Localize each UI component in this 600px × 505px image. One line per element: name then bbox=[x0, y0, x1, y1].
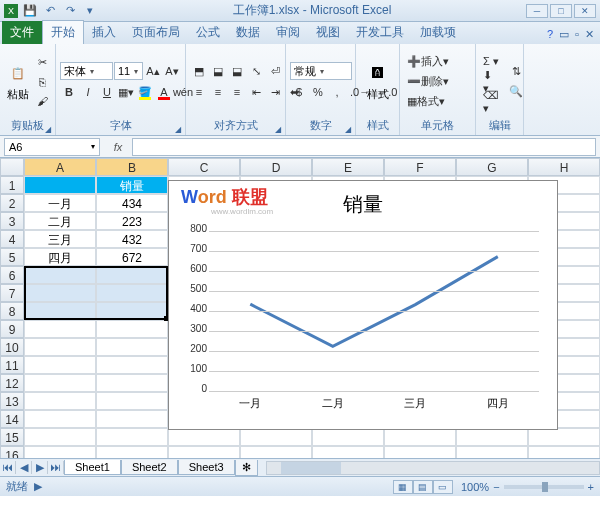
cell-A14[interactable] bbox=[24, 410, 96, 428]
cell-B3[interactable]: 223 bbox=[96, 212, 168, 230]
row-header-8[interactable]: 8 bbox=[0, 302, 24, 320]
cell-A11[interactable] bbox=[24, 356, 96, 374]
sheet-tab-1[interactable]: Sheet1 bbox=[64, 460, 121, 475]
row-header-14[interactable]: 14 bbox=[0, 410, 24, 428]
sheet-tab-3[interactable]: Sheet3 bbox=[178, 460, 235, 475]
close-workbook-icon[interactable]: ✕ bbox=[585, 28, 594, 41]
font-name-combo[interactable]: 宋体▾ bbox=[60, 62, 113, 80]
tab-review[interactable]: 审阅 bbox=[268, 21, 308, 44]
horizontal-scrollbar[interactable] bbox=[266, 461, 600, 475]
cell-A5[interactable]: 四月 bbox=[24, 248, 96, 266]
cell-G15[interactable] bbox=[456, 428, 528, 446]
cell-B11[interactable] bbox=[96, 356, 168, 374]
row-header-6[interactable]: 6 bbox=[0, 266, 24, 284]
cell-A3[interactable]: 二月 bbox=[24, 212, 96, 230]
font-size-combo[interactable]: 11▾ bbox=[114, 62, 143, 80]
find-select-button[interactable]: 🔍 bbox=[506, 83, 526, 101]
wrap-text-button[interactable]: ⏎ bbox=[266, 62, 284, 80]
sheet-nav-first[interactable]: ⏮ bbox=[0, 461, 16, 474]
col-header-B[interactable]: B bbox=[96, 158, 168, 176]
increase-indent-button[interactable]: ⇥ bbox=[266, 83, 284, 101]
sort-filter-button[interactable]: ⇅ bbox=[506, 63, 526, 81]
row-header-4[interactable]: 4 bbox=[0, 230, 24, 248]
decrease-indent-button[interactable]: ⇤ bbox=[247, 83, 265, 101]
zoom-out-button[interactable]: − bbox=[493, 481, 499, 493]
comma-button[interactable]: , bbox=[328, 83, 346, 101]
row-header-10[interactable]: 10 bbox=[0, 338, 24, 356]
cell-A10[interactable] bbox=[24, 338, 96, 356]
styles-button[interactable]: 🅰 样式 bbox=[360, 46, 395, 117]
number-format-combo[interactable]: 常规▾ bbox=[290, 62, 352, 80]
accounting-button[interactable]: $ bbox=[290, 83, 308, 101]
cell-G16[interactable] bbox=[456, 446, 528, 458]
formula-input[interactable] bbox=[132, 138, 596, 156]
tab-layout[interactable]: 页面布局 bbox=[124, 21, 188, 44]
cell-A12[interactable] bbox=[24, 374, 96, 392]
cell-F16[interactable] bbox=[384, 446, 456, 458]
cell-B10[interactable] bbox=[96, 338, 168, 356]
minimize-button[interactable]: ─ bbox=[526, 4, 548, 18]
col-header-C[interactable]: C bbox=[168, 158, 240, 176]
underline-button[interactable]: U bbox=[98, 83, 116, 101]
restore-window-icon[interactable]: ▫ bbox=[575, 28, 579, 41]
align-middle-button[interactable]: ⬓ bbox=[209, 62, 227, 80]
bold-button[interactable]: B bbox=[60, 83, 78, 101]
col-header-H[interactable]: H bbox=[528, 158, 600, 176]
row-header-12[interactable]: 12 bbox=[0, 374, 24, 392]
row-header-16[interactable]: 16 bbox=[0, 446, 24, 458]
clear-button[interactable]: ⌫ ▾ bbox=[480, 93, 502, 111]
view-normal-button[interactable]: ▦ bbox=[393, 480, 413, 494]
macro-record-icon[interactable]: ▶ bbox=[34, 480, 42, 493]
delete-cells-button[interactable]: ➖ 删除 ▾ bbox=[404, 73, 472, 91]
col-header-F[interactable]: F bbox=[384, 158, 456, 176]
grow-font-button[interactable]: A▴ bbox=[144, 62, 162, 80]
format-cells-button[interactable]: ▦ 格式 ▾ bbox=[404, 93, 472, 111]
redo-icon[interactable]: ↷ bbox=[62, 3, 78, 19]
orientation-button[interactable]: ⤡ bbox=[247, 62, 265, 80]
row-header-1[interactable]: 1 bbox=[0, 176, 24, 194]
zoom-in-button[interactable]: + bbox=[588, 481, 594, 493]
italic-button[interactable]: I bbox=[79, 83, 97, 101]
zoom-slider[interactable] bbox=[504, 485, 584, 489]
cell-A2[interactable]: 一月 bbox=[24, 194, 96, 212]
dialog-launcher-icon[interactable]: ◢ bbox=[175, 125, 181, 134]
cell-B4[interactable]: 432 bbox=[96, 230, 168, 248]
paste-button[interactable]: 📋 粘贴 bbox=[4, 46, 31, 117]
cell-B5[interactable]: 672 bbox=[96, 248, 168, 266]
cell-A13[interactable] bbox=[24, 392, 96, 410]
cell-A9[interactable] bbox=[24, 320, 96, 338]
cell-B16[interactable] bbox=[96, 446, 168, 458]
save-icon[interactable]: 💾 bbox=[22, 3, 38, 19]
sheet-tab-2[interactable]: Sheet2 bbox=[121, 460, 178, 475]
chart-object[interactable]: Word 联盟 www.wordlm.com 销量 01002003004005… bbox=[168, 180, 558, 430]
minimize-ribbon-icon[interactable]: ▭ bbox=[559, 28, 569, 41]
tab-formulas[interactable]: 公式 bbox=[188, 21, 228, 44]
tab-view[interactable]: 视图 bbox=[308, 21, 348, 44]
tab-data[interactable]: 数据 bbox=[228, 21, 268, 44]
cell-C15[interactable] bbox=[168, 428, 240, 446]
row-header-2[interactable]: 2 bbox=[0, 194, 24, 212]
name-box[interactable]: A6▾ bbox=[4, 138, 100, 156]
border-button[interactable]: ▦▾ bbox=[117, 83, 135, 101]
fx-icon[interactable]: fx bbox=[104, 141, 132, 153]
close-button[interactable]: ✕ bbox=[574, 4, 596, 18]
cell-D15[interactable] bbox=[240, 428, 312, 446]
align-right-button[interactable]: ≡ bbox=[228, 83, 246, 101]
cell-B9[interactable] bbox=[96, 320, 168, 338]
view-pagebreak-button[interactable]: ▭ bbox=[433, 480, 453, 494]
cell-D16[interactable] bbox=[240, 446, 312, 458]
cell-E15[interactable] bbox=[312, 428, 384, 446]
row-header-13[interactable]: 13 bbox=[0, 392, 24, 410]
cell-H16[interactable] bbox=[528, 446, 600, 458]
cell-A16[interactable] bbox=[24, 446, 96, 458]
cell-B2[interactable]: 434 bbox=[96, 194, 168, 212]
fill-color-button[interactable]: 🪣 bbox=[136, 83, 154, 101]
align-center-button[interactable]: ≡ bbox=[209, 83, 227, 101]
cell-A7[interactable] bbox=[24, 284, 96, 302]
align-left-button[interactable]: ≡ bbox=[190, 83, 208, 101]
cell-A1[interactable] bbox=[24, 176, 96, 194]
cell-H15[interactable] bbox=[528, 428, 600, 446]
qat-dropdown-icon[interactable]: ▾ bbox=[82, 3, 98, 19]
row-header-3[interactable]: 3 bbox=[0, 212, 24, 230]
row-header-7[interactable]: 7 bbox=[0, 284, 24, 302]
